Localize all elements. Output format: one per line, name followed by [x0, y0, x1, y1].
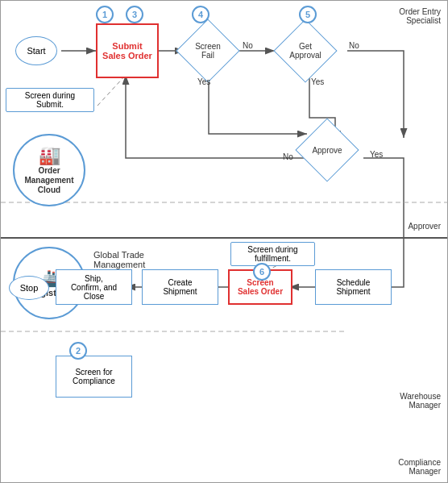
circle-5: 5 [299, 6, 317, 23]
screen-compliance-node: Screen forCompliance [56, 356, 132, 398]
arrow-approve-no [126, 75, 307, 158]
create-shipment-node: CreateShipment [142, 269, 218, 305]
schedule-shipment-node: ScheduleShipment [315, 269, 392, 305]
yes3-label: Yes [370, 150, 383, 159]
no1-label: No [243, 41, 253, 50]
stop-node: Stop [9, 276, 49, 300]
arrow-approve-yes-to-bottom [363, 158, 404, 239]
warehouse-manager-label: WarehouseManager [400, 392, 441, 410]
circle-2: 2 [69, 342, 87, 360]
ship-confirm-close-node: Ship,Confirm, andClose [56, 269, 132, 305]
order-management-cloud: 🏭 OrderManagementCloud [13, 134, 85, 206]
global-trade-management-label: Global TradeManagement [93, 250, 145, 269]
order-entry-specialist-label: Order EntrySpecialist [399, 7, 441, 25]
approve-node: Approve [303, 126, 351, 174]
circle-6: 6 [253, 263, 271, 281]
no2-label: No [349, 41, 359, 50]
approver-label: Approver [408, 222, 441, 231]
arrow-screenfail-yes [209, 75, 307, 134]
circle-1: 1 [96, 6, 114, 23]
dashed-screen-submit [97, 75, 126, 106]
circle-3: 3 [126, 6, 143, 23]
cloud-icon: 🏭 [39, 145, 60, 166]
circle-4: 4 [192, 6, 209, 23]
yes1-label: Yes [197, 77, 210, 86]
get-approval-node: GetApproval [281, 27, 330, 75]
diagram-container: Order EntrySpecialist Approver [0, 0, 448, 483]
screen-during-submit-note: Screen duringSubmit. [6, 88, 94, 112]
screen-fail-node: ScreenFail [184, 27, 232, 75]
yes2-label: Yes [311, 77, 324, 86]
screen-during-fulfillment-note: Screen duringfulfillment. [230, 242, 315, 266]
start-node: Start [15, 36, 57, 65]
arrow-getapproval-no [347, 51, 404, 138]
submit-sales-order-node: SubmitSales Order [96, 23, 159, 78]
no3-label: No [283, 152, 293, 161]
top-panel: Order EntrySpecialist Approver [1, 1, 447, 239]
bottom-panel: WarehouseManager ComplianceManager [1, 239, 447, 482]
compliance-manager-label: ComplianceManager [398, 458, 441, 476]
